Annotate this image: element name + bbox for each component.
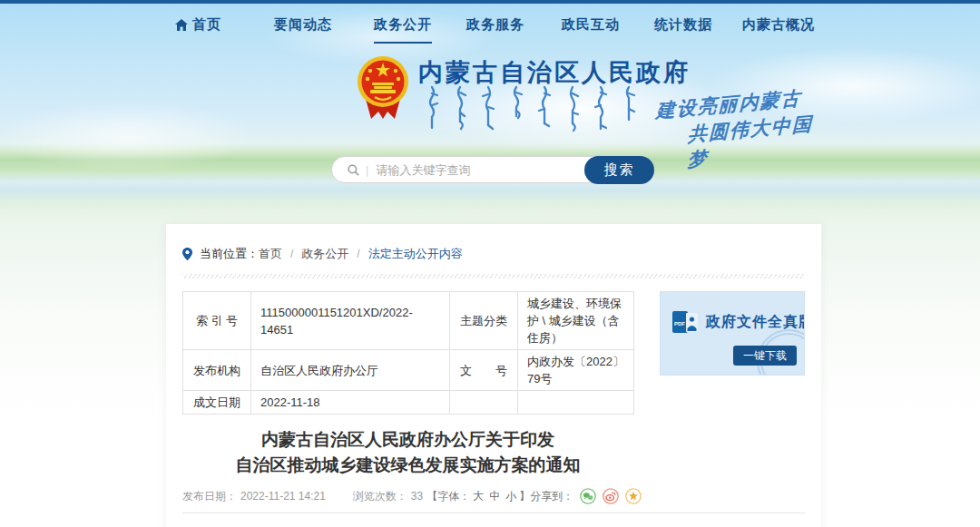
content-card: 当前位置： 首页 / 政务公开 / 法定主动公开内容 索 引 号 1115000…: [166, 224, 821, 527]
doc-number-value: 内政办发〔2022〕79号: [518, 350, 634, 391]
header-banner: 首页 要闻动态 政务公开 政务服务 政民互动 统计数据 内蒙古概况 内蒙古自治区…: [0, 0, 980, 224]
search-icon: [348, 164, 359, 176]
pdf-file-icon: PDF: [672, 310, 700, 334]
publish-date-label: 发布日期：: [182, 490, 237, 503]
main-nav: 首页 要闻动态 政务公开 政务服务 政民互动 统计数据 内蒙古概况: [0, 13, 980, 44]
article-meta-left: 发布日期：2022-11-21 14:21浏览次数：33: [182, 489, 426, 504]
nav-item-statistics[interactable]: 统计数据: [654, 16, 712, 34]
breadcrumb-prefix: 当前位置：: [200, 246, 259, 262]
svg-text:PDF: PDF: [674, 321, 685, 327]
font-size-label-open: 【字体：: [426, 489, 470, 504]
nav-item-services[interactable]: 政务服务: [466, 16, 524, 34]
article-title: 内蒙古自治区人民政府办公厅关于印发 自治区推动城乡建设绿色发展实施方案的通知: [182, 427, 633, 478]
topic-category-label: 主题分类: [450, 292, 518, 350]
article-title-line-1: 内蒙古自治区人民政府办公厅关于印发: [182, 427, 633, 453]
home-icon: [175, 19, 188, 31]
page: 首页 要闻动态 政务公开 政务服务 政民互动 统计数据 内蒙古概况 内蒙古自治区…: [0, 0, 980, 527]
pdf-download-panel: PDF 政府文件全真版 一键下载: [660, 291, 805, 376]
search-bar: | 搜索: [331, 156, 654, 183]
table-row: 索 引 号 1115000001151201XD/2022-14651 主题分类…: [183, 292, 634, 350]
index-number-label: 索 引 号: [183, 292, 251, 350]
nav-item-interaction[interactable]: 政民互动: [562, 16, 620, 34]
search-divider: |: [366, 163, 368, 177]
issuing-agency-value: 自治区人民政府办公厅: [251, 350, 450, 391]
search-button[interactable]: 搜索: [584, 156, 654, 184]
breadcrumb-gov-affairs[interactable]: 政务公开: [301, 246, 348, 262]
article-title-line-2: 自治区推动城乡建设绿色发展实施方案的通知: [182, 453, 633, 478]
issuing-agency-label: 发布机构: [183, 350, 251, 391]
top-strip: [0, 0, 980, 4]
one-click-download-button[interactable]: 一键下载: [733, 346, 797, 366]
breadcrumb-separator: /: [357, 248, 359, 260]
banner-slogan: 建设亮丽内蒙古 共圆伟大中国梦: [655, 83, 833, 175]
empty-cell: [450, 391, 518, 415]
table-row: 成文日期 2022-11-18: [183, 391, 634, 415]
views-label: 浏览次数：: [353, 490, 407, 503]
location-pin-icon: [182, 248, 192, 260]
site-title: 内蒙古自治区人民政府: [418, 56, 691, 89]
article-meta-row: 发布日期：2022-11-21 14:21浏览次数：33 【字体： 大 中 小 …: [182, 488, 633, 504]
hatched-divider: [182, 274, 805, 278]
content-divider: [182, 512, 805, 513]
share-label: 分享到：: [530, 489, 573, 504]
pdf-panel-title: 政府文件全真版: [706, 313, 805, 332]
publish-date-value: 2022-11-21 14:21: [240, 490, 326, 503]
breadcrumb: 当前位置： 首页 / 政务公开 / 法定主动公开内容: [182, 246, 805, 262]
font-size-small[interactable]: 小: [505, 489, 516, 504]
mongolian-script: [426, 85, 642, 134]
article-body: 各盟行政公署、市人民政府，自治区各委、办、厅、局，各大企业、事业单位： 经自治区…: [182, 522, 805, 527]
article-paragraph: 各盟行政公署、市人民政府，自治区各委、办、厅、局，各大企业、事业单位：: [182, 522, 805, 527]
index-number-value: 1115000001151201XD/2022-14651: [251, 292, 450, 350]
document-meta-row: 索 引 号 1115000001151201XD/2022-14651 主题分类…: [182, 291, 805, 415]
breadcrumb-separator: /: [290, 248, 293, 260]
nav-item-gov-affairs[interactable]: 政务公开: [374, 16, 432, 44]
share-favorite-star-icon[interactable]: [625, 488, 642, 504]
nav-item-overview[interactable]: 内蒙古概况: [742, 16, 815, 34]
nav-item-news[interactable]: 要闻动态: [274, 16, 332, 34]
share-weibo-icon[interactable]: [603, 488, 619, 504]
font-size-large[interactable]: 大: [473, 489, 484, 504]
table-row: 发布机构 自治区人民政府办公厅 文 号 内政办发〔2022〕79号: [183, 350, 634, 391]
nav-item-home[interactable]: 首页: [192, 16, 221, 34]
written-date-label: 成文日期: [183, 391, 251, 415]
pdf-panel-header: PDF 政府文件全真版: [672, 310, 805, 334]
written-date-value: 2022-11-18: [251, 391, 450, 415]
empty-cell: [518, 391, 634, 415]
national-emblem-icon: [357, 55, 409, 121]
topic-category-value: 城乡建设、环境保护 \ 城乡建设（含住房）: [518, 292, 634, 350]
article-meta-right: 【字体： 大 中 小 】 分享到：: [426, 488, 642, 504]
share-wechat-icon[interactable]: [580, 488, 596, 504]
font-size-medium[interactable]: 中: [489, 489, 500, 504]
doc-number-label: 文 号: [450, 350, 518, 391]
breadcrumb-home[interactable]: 首页: [259, 246, 282, 262]
views-value: 33: [411, 490, 423, 503]
font-size-label-close: 】: [519, 489, 530, 504]
document-meta-table: 索 引 号 1115000001151201XD/2022-14651 主题分类…: [182, 291, 634, 415]
breadcrumb-current[interactable]: 法定主动公开内容: [368, 246, 463, 262]
